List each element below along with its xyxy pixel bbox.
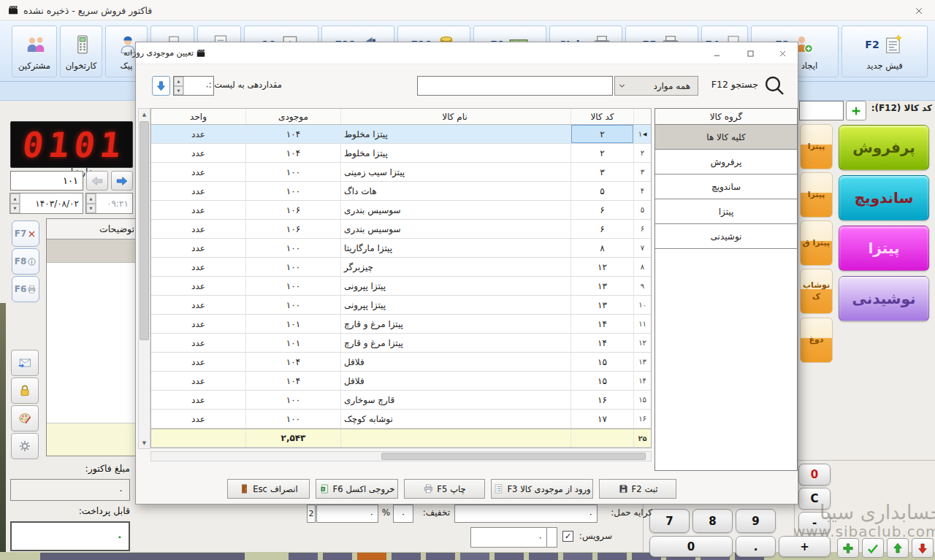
cell-unit[interactable]: عدد — [151, 258, 245, 276]
cell-qty[interactable]: ۱۰۰ — [245, 258, 340, 276]
add-item-button[interactable] — [846, 101, 866, 120]
numpad-key[interactable]: . — [736, 536, 776, 557]
cell-code[interactable]: ۱۲ — [570, 258, 633, 276]
group-item[interactable]: ساندویچ — [655, 174, 797, 199]
numpad-key[interactable]: 9 — [736, 509, 776, 533]
product-button[interactable]: پیتزا ق — [800, 220, 833, 266]
spin-up-icon[interactable]: ▲ — [10, 193, 20, 204]
table-row[interactable]: ◀۶ ۶ سوسیس بندری ۱۰۶ عدد — [151, 220, 651, 239]
group-item[interactable]: نوشیدنی — [655, 224, 797, 249]
dialog-footer-button[interactable]: Esc انصراف — [227, 479, 310, 499]
table-row[interactable]: ◀۹ ۱۳ پیتزا پپرونی ۱۰۰ عدد — [151, 277, 651, 296]
dialog-footer-button[interactable]: F6 خروجی اکسل — [316, 479, 398, 499]
product-button[interactable]: دوغ — [800, 318, 833, 363]
cell-qty[interactable]: ۱۰۰ — [245, 277, 340, 295]
cell-qty[interactable]: ۱۰۱ — [245, 334, 340, 352]
cell-name[interactable]: قارچ سوخاری — [340, 391, 570, 409]
invoice-date-spinner[interactable]: ▲▼ ۱۴۰۳/۰۸/۰۲ — [9, 193, 83, 214]
cell-name[interactable]: پیتزا مخلوط — [340, 125, 570, 143]
toolbar-button[interactable]: مشترکین — [12, 26, 57, 77]
apply-to-list-button[interactable] — [152, 76, 170, 96]
cell-unit[interactable]: عدد — [151, 353, 245, 371]
table-row[interactable]: ◀۱ ۲ پیتزا مخلوط ۱۰۴ عدد — [151, 125, 651, 144]
dialog-minimize-button[interactable] — [701, 42, 732, 64]
product-button[interactable]: پیتزا — [800, 124, 833, 169]
scroll-up-icon[interactable]: ▲ — [139, 109, 150, 120]
cell-code[interactable]: ۱۵ — [570, 372, 633, 390]
group-item[interactable]: پیتزا — [655, 199, 797, 224]
cell-unit[interactable]: عدد — [151, 391, 245, 409]
cell-code[interactable]: ۱۶ — [570, 391, 633, 409]
cell-unit[interactable]: عدد — [151, 315, 245, 333]
cell-name[interactable]: پیتزا سیب زمینی — [340, 163, 570, 181]
category-button[interactable]: نوشیدنی — [839, 276, 929, 321]
cell-unit[interactable]: عدد — [151, 410, 245, 428]
shipping-input[interactable]: ۰ — [454, 505, 598, 523]
scrollbar-thumb[interactable] — [381, 453, 646, 460]
numpad-key[interactable]: - — [798, 512, 831, 534]
cell-qty[interactable]: ۱۰۴ — [245, 125, 340, 143]
dialog-maximize-button[interactable] — [735, 42, 766, 64]
cell-name[interactable]: هات داگ — [340, 182, 570, 200]
numpad-key[interactable]: 0 — [798, 464, 831, 486]
time-spin-buttons[interactable]: ▲▼ — [86, 193, 96, 213]
cell-code[interactable]: ۸ — [570, 239, 633, 257]
fkey-button[interactable]: F7 — [12, 220, 39, 247]
cell-code[interactable]: ۱۴ — [570, 315, 633, 333]
cell-code[interactable]: ۳ — [570, 163, 633, 181]
cell-qty[interactable]: ۱۰۶ — [245, 220, 340, 238]
next-invoice-button[interactable] — [111, 171, 133, 191]
cell-qty[interactable]: ۱۰۰ — [245, 391, 340, 409]
table-row[interactable]: ◀۱۵ ۱۶ قارچ سوخاری ۱۰۰ عدد — [151, 391, 651, 410]
table-row[interactable]: ◀۳ ۳ پیتزا سیب زمینی ۱۰۰ عدد — [151, 163, 651, 182]
lock-button[interactable] — [11, 377, 39, 404]
invoice-number-input[interactable] — [10, 171, 83, 191]
search-input[interactable] — [417, 76, 613, 96]
cell-code[interactable]: ۲ — [570, 125, 633, 143]
numpad-key[interactable]: + — [779, 536, 831, 557]
cell-code[interactable]: ۵ — [570, 182, 633, 200]
cell-name[interactable]: سوسیس بندری — [340, 220, 570, 238]
dialog-footer-button[interactable]: F2 ثبت — [599, 479, 676, 499]
group-item[interactable]: پرفروش — [655, 150, 797, 174]
action-button[interactable] — [862, 538, 884, 558]
fkey-button[interactable]: F8 — [12, 248, 39, 275]
fill-value-spinner[interactable]: ▲▼ ۰ — [173, 76, 214, 96]
action-button[interactable] — [837, 538, 859, 558]
service-checkbox[interactable]: ✓ — [562, 531, 573, 542]
action-button[interactable] — [887, 538, 909, 558]
toolbar-button[interactable]: کارتخوان — [60, 26, 102, 77]
action-button[interactable] — [912, 538, 934, 558]
search-icon[interactable] — [763, 74, 786, 97]
table-row[interactable]: ◀۷ ۸ پیتزا مارگاریتا ۱۰۰ عدد — [151, 239, 651, 258]
invoice-time-spinner[interactable]: ▲▼ ۰۹:۲۱ — [85, 193, 133, 214]
theme-button[interactable] — [11, 405, 39, 431]
table-row[interactable]: ◀۱۰ ۱۳ پیتزا پپرونی ۱۰۰ عدد — [151, 296, 651, 315]
numpad-key[interactable]: 0 — [649, 536, 733, 557]
send-message-button[interactable] — [11, 350, 39, 376]
cell-name[interactable]: پیتزا مخلوط — [340, 144, 570, 162]
settings-button[interactable] — [11, 433, 39, 459]
dialog-footer-button[interactable]: F5 چاپ — [404, 479, 485, 499]
dialog-close-button[interactable] — [767, 42, 798, 64]
cell-unit[interactable]: عدد — [151, 334, 245, 352]
category-button[interactable]: پرفروش — [839, 125, 929, 170]
table-row[interactable]: ◀۱۳ ۱۵ فلافل ۱۰۴ عدد — [151, 353, 651, 372]
cell-name[interactable]: پیتزا پپرونی — [340, 296, 570, 314]
table-row[interactable]: ◀۱۱ ۱۴ پیتزا مرغ و قارچ ۱۰۱ عدد — [151, 315, 651, 334]
spin-down-icon[interactable]: ▼ — [10, 204, 20, 214]
toolbar-button[interactable]: F2 فیش جدید — [842, 26, 928, 77]
cell-qty[interactable]: ۱۰۴ — [245, 144, 340, 162]
vertical-scrollbar[interactable]: ▲ ▼ — [138, 108, 150, 449]
cell-qty[interactable]: ۱۰۴ — [245, 372, 340, 390]
cell-unit[interactable]: عدد — [151, 201, 245, 219]
table-row[interactable]: ◀۵ ۶ سوسیس بندری ۱۰۶ عدد — [151, 201, 651, 220]
cell-code[interactable]: ۲ — [570, 144, 633, 162]
item-code-input[interactable] — [799, 101, 844, 120]
cell-unit[interactable]: عدد — [151, 125, 245, 143]
spin-down-icon[interactable]: ▼ — [174, 86, 183, 96]
cell-unit[interactable]: عدد — [151, 372, 245, 390]
fkey-button[interactable]: F6 — [12, 276, 39, 302]
cell-name[interactable]: سوسیس بندری — [340, 201, 570, 219]
cell-code[interactable]: ۶ — [570, 220, 633, 238]
